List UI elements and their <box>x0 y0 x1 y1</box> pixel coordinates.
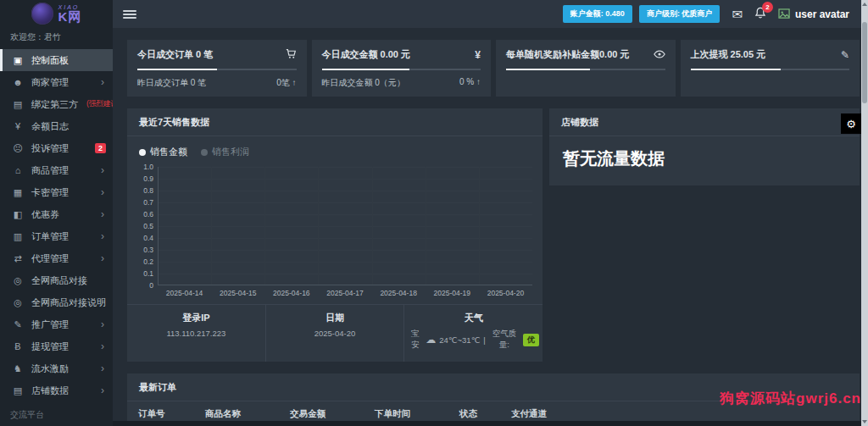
aqi-badge: 优 <box>523 334 539 346</box>
fox-icon: ♞ <box>12 363 24 374</box>
legend-item-sales-profit[interactable]: 销售利润 <box>201 146 249 158</box>
scroll-down-arrow-icon[interactable] <box>861 418 868 426</box>
sidebar-item-label: 全网商品对接说明 <box>31 296 106 309</box>
y-axis-tick: 0.1 <box>143 269 153 278</box>
stat-card-subrow <box>691 77 850 87</box>
sidebar-item-label: 商品管理 <box>31 164 69 177</box>
merchant-level-button[interactable]: 商户级别: 优质商户 <box>639 5 721 23</box>
chart-column <box>212 167 265 285</box>
bitcoin-icon: Ƀ <box>12 341 24 351</box>
eye-icon <box>654 49 665 61</box>
sidebar-item-merchants[interactable]: ☻商家管理› <box>0 71 113 93</box>
user-avatar[interactable]: user avatar <box>778 8 849 20</box>
sidebar-item-agents[interactable]: ⇄代理管理› <box>0 247 113 269</box>
sidebar-item-network-products[interactable]: ◎全网商品对接 <box>0 269 113 291</box>
sales-panel-title: 最近7天销售数据 <box>127 108 542 136</box>
sidebar-item-card-keys[interactable]: ▦卡密管理› <box>0 181 113 203</box>
sidebar-item-flow-incentive[interactable]: ♞流水激励› <box>0 357 113 379</box>
chevron-right-icon: › <box>101 362 106 374</box>
line-chart: 1.00.90.80.70.60.50.40.30.20.10 2025-04-… <box>127 162 542 304</box>
stat-card-top: 今日成交金额 0.00 元¥ <box>322 48 481 61</box>
login-ip-label: 登录IP <box>131 312 262 324</box>
stat-card-subrow: 昨日成交金额 0（元）0 % ↑ <box>322 77 481 89</box>
sidebar-item-promotion[interactable]: ✎推广管理› <box>0 313 113 335</box>
panels-row: 最近7天销售数据 销售金额 销售利润 1.00.90.80. <box>127 108 860 362</box>
weather-cell: 天气 宝安 ☁ 24℃~31℃ | 空气质量: 优 <box>404 305 542 362</box>
topbar-buttons: 账户金额: 0.480 商户级别: 优质商户 <box>563 5 721 23</box>
weather-temp: 24℃~31℃ <box>439 335 480 345</box>
sidebar-item-balance-log[interactable]: ¥余额日志 <box>0 115 113 137</box>
sidebar-item-label: 控制面板 <box>31 54 69 67</box>
id-card-icon: ▤ <box>12 99 24 110</box>
logo-text: XIAO K网 <box>58 4 82 23</box>
sidebar-item-label: 流水激励 <box>31 362 69 375</box>
sidebar-item-label: 余额日志 <box>31 120 69 133</box>
logo-title: K网 <box>58 10 82 23</box>
chart-column <box>426 167 480 285</box>
sidebar-item-label: 绑定第三方 <box>31 98 78 111</box>
y-axis-tick: 0.3 <box>143 246 153 254</box>
legend-dot-icon <box>201 149 208 156</box>
notifications-bell-icon[interactable]: 2 <box>754 7 766 21</box>
sidebar-item-dashboard[interactable]: ▣控制面板 <box>0 49 113 71</box>
stat-card-progress-line <box>322 69 481 70</box>
chart-legend: 销售金额 销售利润 <box>127 136 542 162</box>
scroll-up-arrow-icon[interactable] <box>861 0 868 8</box>
sidebar-item-shop-data[interactable]: ▤店铺数据› <box>0 379 113 401</box>
sidebar-item-label: 订单管理 <box>31 230 69 243</box>
stat-card-title: 今日成交金额 0.00 元 <box>322 48 411 61</box>
horizontal-scrollbar[interactable] <box>113 421 861 426</box>
sidebar-item-order-manage[interactable]: ▥订单管理› <box>0 225 113 247</box>
broken-image-icon <box>778 8 791 19</box>
stat-card-progress-line <box>137 69 297 70</box>
chart-column <box>265 167 319 285</box>
gear-button[interactable]: ⚙ <box>841 113 861 134</box>
orders-column-header: 支付通道 <box>500 408 576 420</box>
vertical-scrollbar[interactable] <box>861 0 868 426</box>
swap-icon: ⇄ <box>12 253 24 264</box>
login-ip-value: 113.110.217.223 <box>131 329 262 338</box>
stat-card-progress-fill <box>691 69 782 70</box>
account-balance-button[interactable]: 账户金额: 0.480 <box>563 5 632 23</box>
sidebar-section-label: 交流平台 <box>0 401 113 425</box>
frown-icon: ☹ <box>12 143 24 154</box>
monitor-icon: ▣ <box>12 55 24 66</box>
sidebar-item-network-products-docs[interactable]: ◎全网商品对接说明 <box>0 291 113 313</box>
legend-item-sales-amount[interactable]: 销售金额 <box>139 146 187 158</box>
sidebar-item-bind-third-party[interactable]: ▤绑定第三方(强烈建议绑定) <box>0 93 113 115</box>
mail-icon[interactable]: ✉ <box>732 8 743 20</box>
sidebar-item-products[interactable]: ⌂商品管理› <box>0 159 113 181</box>
cloud-icon: ☁ <box>426 334 436 346</box>
sidebar-item-label: 全网商品对接 <box>31 274 87 287</box>
sidebar-item-withdraw[interactable]: Ƀ提现管理› <box>0 335 113 357</box>
chart-column <box>319 167 372 285</box>
stat-card-progress-line <box>691 69 850 70</box>
scrollbar-thumb[interactable] <box>862 22 867 103</box>
orders-column-header: 订单号 <box>127 408 194 420</box>
hamburger-menu-icon[interactable] <box>123 10 136 19</box>
chevron-right-icon: › <box>101 208 106 220</box>
merchant-icon: ☻ <box>12 77 24 87</box>
y-axis-tick: 0.8 <box>143 186 153 195</box>
date-label: 日期 <box>270 312 401 324</box>
sidebar-item-coupons[interactable]: ◧优惠券› <box>0 203 113 225</box>
empty-traffic-text: 暂无流量数据 <box>549 136 860 185</box>
stat-card-top: 上次提现 25.05 元✎ <box>691 48 850 61</box>
chevron-right-icon: › <box>101 252 106 264</box>
x-axis-tick: 2025-04-19 <box>426 289 479 297</box>
x-axis-tick: 2025-04-15 <box>211 289 264 297</box>
bar-chart-icon: ▥ <box>12 231 24 242</box>
main-column: 账户金额: 0.480 商户级别: 优质商户 ✉ 2 <box>113 0 861 426</box>
legend-dot-icon <box>139 149 146 156</box>
topbar: 账户金额: 0.480 商户级别: 优质商户 ✉ 2 <box>113 0 861 28</box>
orders-column-header: 下单时间 <box>364 408 448 420</box>
weather-aqi-label: 空气质量: <box>489 329 520 351</box>
sidebar-menu: ▣控制面板☻商家管理›▤绑定第三方(强烈建议绑定)¥余额日志☹投诉管理2⌂商品管… <box>0 49 113 426</box>
chart-column <box>159 167 212 285</box>
chart-column <box>373 167 426 285</box>
orders-column-header: 商品名称 <box>194 408 279 420</box>
shop-data-panel: 店铺数据 ⚙ 暂无流量数据 <box>549 108 860 185</box>
stat-card-subrow <box>506 77 665 87</box>
sidebar-item-complaints[interactable]: ☹投诉管理2 <box>0 137 113 159</box>
y-axis-tick: 0.6 <box>143 210 153 219</box>
